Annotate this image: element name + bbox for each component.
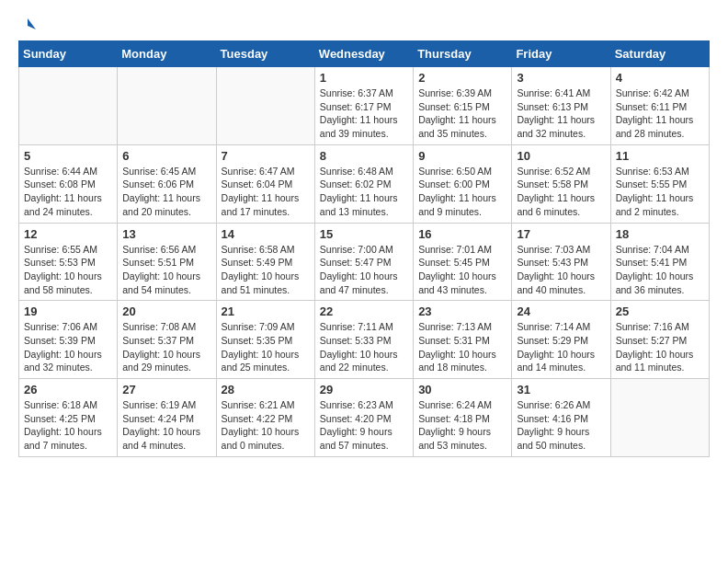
day-number: 3 [517, 71, 605, 85]
day-number: 5 [24, 149, 112, 163]
weekday-header-friday: Friday [512, 41, 610, 67]
weekday-header-tuesday: Tuesday [216, 41, 314, 67]
day-info: Sunrise: 6:55 AMSunset: 5:53 PMDaylight:… [24, 243, 112, 297]
calendar-cell: 20Sunrise: 7:08 AMSunset: 5:37 PMDayligh… [118, 301, 216, 379]
day-info: Sunrise: 6:47 AMSunset: 6:04 PMDaylight:… [222, 165, 310, 219]
calendar-week-row: 12Sunrise: 6:55 AMSunset: 5:53 PMDayligh… [19, 223, 710, 301]
day-info: Sunrise: 7:00 AMSunset: 5:47 PMDaylight:… [320, 243, 408, 297]
day-info: Sunrise: 6:41 AMSunset: 6:13 PMDaylight:… [517, 86, 605, 141]
weekday-header-wednesday: Wednesday [314, 41, 413, 67]
day-number: 4 [616, 71, 704, 85]
calendar-cell: 16Sunrise: 7:01 AMSunset: 5:45 PMDayligh… [414, 223, 512, 301]
calendar-cell: 12Sunrise: 6:55 AMSunset: 5:53 PMDayligh… [19, 223, 118, 301]
calendar-cell: 14Sunrise: 6:58 AMSunset: 5:49 PMDayligh… [216, 223, 314, 301]
day-info: Sunrise: 6:42 AMSunset: 6:11 PMDaylight:… [616, 86, 704, 141]
weekday-header-thursday: Thursday [414, 41, 512, 67]
calendar-cell: 28Sunrise: 6:21 AMSunset: 4:22 PMDayligh… [216, 379, 314, 457]
day-number: 26 [24, 383, 112, 396]
calendar-cell: 10Sunrise: 6:52 AMSunset: 5:58 PMDayligh… [512, 144, 610, 223]
day-number: 20 [122, 304, 210, 318]
calendar-cell: 27Sunrise: 6:19 AMSunset: 4:24 PMDayligh… [118, 379, 216, 457]
calendar-week-row: 26Sunrise: 6:18 AMSunset: 4:25 PMDayligh… [19, 379, 710, 457]
day-info: Sunrise: 6:52 AMSunset: 5:58 PMDaylight:… [517, 165, 605, 219]
day-info: Sunrise: 6:37 AMSunset: 6:17 PMDaylight:… [320, 86, 408, 141]
day-info: Sunrise: 6:50 AMSunset: 6:00 PMDaylight:… [418, 165, 506, 219]
calendar-cell: 18Sunrise: 7:04 AMSunset: 5:41 PMDayligh… [610, 223, 709, 301]
day-info: Sunrise: 7:11 AMSunset: 5:33 PMDaylight:… [320, 320, 408, 374]
calendar-cell: 22Sunrise: 7:11 AMSunset: 5:33 PMDayligh… [314, 301, 413, 379]
calendar-cell: 29Sunrise: 6:23 AMSunset: 4:20 PMDayligh… [314, 379, 413, 457]
calendar-cell: 11Sunrise: 6:53 AMSunset: 5:55 PMDayligh… [610, 144, 709, 223]
calendar-cell: 13Sunrise: 6:56 AMSunset: 5:51 PMDayligh… [118, 223, 216, 301]
day-info: Sunrise: 7:13 AMSunset: 5:31 PMDaylight:… [418, 320, 506, 374]
day-info: Sunrise: 6:19 AMSunset: 4:24 PMDaylight:… [122, 398, 210, 453]
weekday-header-monday: Monday [118, 41, 216, 67]
day-number: 18 [616, 227, 704, 241]
day-info: Sunrise: 6:39 AMSunset: 6:15 PMDaylight:… [418, 86, 506, 141]
day-info: Sunrise: 6:21 AMSunset: 4:22 PMDaylight:… [222, 398, 310, 453]
day-info: Sunrise: 6:23 AMSunset: 4:20 PMDaylight:… [320, 398, 408, 453]
day-number: 15 [320, 227, 408, 241]
weekday-header-row: SundayMondayTuesdayWednesdayThursdayFrid… [19, 41, 710, 67]
day-number: 1 [320, 71, 408, 85]
day-info: Sunrise: 7:04 AMSunset: 5:41 PMDaylight:… [616, 243, 704, 297]
day-number: 10 [517, 149, 605, 163]
calendar-cell: 31Sunrise: 6:26 AMSunset: 4:16 PMDayligh… [512, 379, 610, 457]
logo-icon [19, 17, 36, 33]
day-info: Sunrise: 7:03 AMSunset: 5:43 PMDaylight:… [517, 243, 605, 297]
calendar-cell: 30Sunrise: 6:24 AMSunset: 4:18 PMDayligh… [414, 379, 512, 457]
day-number: 24 [517, 304, 605, 318]
calendar-week-row: 19Sunrise: 7:06 AMSunset: 5:39 PMDayligh… [19, 301, 710, 379]
day-number: 7 [222, 149, 310, 163]
day-info: Sunrise: 6:53 AMSunset: 5:55 PMDaylight:… [616, 165, 704, 219]
calendar-cell: 4Sunrise: 6:42 AMSunset: 6:11 PMDaylight… [610, 67, 709, 145]
day-number: 2 [418, 71, 506, 85]
day-number: 29 [320, 383, 408, 396]
calendar-cell: 15Sunrise: 7:00 AMSunset: 5:47 PMDayligh… [314, 223, 413, 301]
day-info: Sunrise: 6:45 AMSunset: 6:06 PMDaylight:… [122, 165, 210, 219]
day-number: 31 [517, 383, 605, 396]
weekday-header-saturday: Saturday [610, 41, 709, 67]
calendar-cell: 2Sunrise: 6:39 AMSunset: 6:15 PMDaylight… [414, 67, 512, 145]
calendar-cell: 19Sunrise: 7:06 AMSunset: 5:39 PMDayligh… [19, 301, 118, 379]
day-number: 11 [616, 149, 704, 163]
day-info: Sunrise: 7:14 AMSunset: 5:29 PMDaylight:… [517, 320, 605, 374]
calendar-cell: 23Sunrise: 7:13 AMSunset: 5:31 PMDayligh… [414, 301, 512, 379]
calendar-cell: 1Sunrise: 6:37 AMSunset: 6:17 PMDaylight… [314, 67, 413, 145]
day-info: Sunrise: 7:01 AMSunset: 5:45 PMDaylight:… [418, 243, 506, 297]
day-number: 23 [418, 304, 506, 318]
day-info: Sunrise: 6:56 AMSunset: 5:51 PMDaylight:… [122, 243, 210, 297]
weekday-header-sunday: Sunday [19, 41, 118, 67]
calendar-cell: 25Sunrise: 7:16 AMSunset: 5:27 PMDayligh… [610, 301, 709, 379]
day-info: Sunrise: 6:48 AMSunset: 6:02 PMDaylight:… [320, 165, 408, 219]
day-info: Sunrise: 7:16 AMSunset: 5:27 PMDaylight:… [616, 320, 704, 374]
day-number: 14 [222, 227, 310, 241]
calendar-cell [118, 67, 216, 145]
calendar-cell [19, 67, 118, 145]
calendar-week-row: 5Sunrise: 6:44 AMSunset: 6:08 PMDaylight… [19, 144, 710, 223]
day-number: 17 [517, 227, 605, 241]
calendar-cell: 26Sunrise: 6:18 AMSunset: 4:25 PMDayligh… [19, 379, 118, 457]
calendar-cell: 6Sunrise: 6:45 AMSunset: 6:06 PMDaylight… [118, 144, 216, 223]
day-number: 8 [320, 149, 408, 163]
calendar-cell: 17Sunrise: 7:03 AMSunset: 5:43 PMDayligh… [512, 223, 610, 301]
day-number: 13 [122, 227, 210, 241]
day-info: Sunrise: 7:08 AMSunset: 5:37 PMDaylight:… [122, 320, 210, 374]
svg-marker-0 [28, 18, 36, 29]
day-number: 22 [320, 304, 408, 318]
day-info: Sunrise: 6:44 AMSunset: 6:08 PMDaylight:… [24, 165, 112, 219]
day-info: Sunrise: 6:24 AMSunset: 4:18 PMDaylight:… [418, 398, 506, 453]
header [18, 18, 710, 33]
day-info: Sunrise: 7:06 AMSunset: 5:39 PMDaylight:… [24, 320, 112, 374]
day-info: Sunrise: 7:09 AMSunset: 5:35 PMDaylight:… [222, 320, 310, 374]
day-info: Sunrise: 6:26 AMSunset: 4:16 PMDaylight:… [517, 398, 605, 453]
calendar-cell: 9Sunrise: 6:50 AMSunset: 6:00 PMDaylight… [414, 144, 512, 223]
day-number: 12 [24, 227, 112, 241]
day-number: 6 [122, 149, 210, 163]
day-number: 25 [616, 304, 704, 318]
day-info: Sunrise: 6:58 AMSunset: 5:49 PMDaylight:… [222, 243, 310, 297]
calendar-cell: 8Sunrise: 6:48 AMSunset: 6:02 PMDaylight… [314, 144, 413, 223]
calendar-cell: 5Sunrise: 6:44 AMSunset: 6:08 PMDaylight… [19, 144, 118, 223]
calendar-cell [610, 379, 709, 457]
calendar-table: SundayMondayTuesdayWednesdayThursdayFrid… [18, 40, 710, 457]
